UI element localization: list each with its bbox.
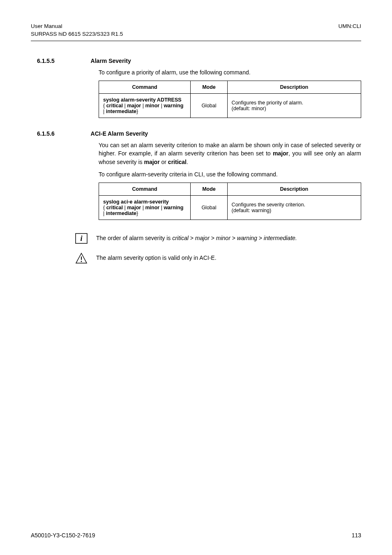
section-title-2: ACI-E Alarm Severity: [91, 130, 148, 137]
page-header: User Manual SURPASS hiD 6615 S223/S323 R…: [31, 23, 361, 38]
cmd-brace-open: {: [103, 103, 105, 109]
note-block: i The order of alarm severity is critica…: [74, 232, 361, 245]
cell-mode: Global: [191, 196, 227, 220]
note-text: The order of alarm severity is critical …: [96, 232, 297, 242]
note-seq-item: major: [195, 235, 210, 241]
p1e: or: [160, 159, 168, 165]
note-sep: >: [189, 235, 195, 241]
cmd-brace-close: }: [136, 109, 138, 114]
section-heading-2: 6.1.5.6 ACI-E Alarm Severity: [37, 130, 361, 137]
table-header-row: Command Mode Description: [99, 183, 361, 196]
p1d: major: [144, 159, 159, 165]
note-pre: The order of alarm severity is: [96, 235, 172, 241]
cmd-opt: minor: [145, 205, 159, 210]
info-icon: i: [74, 232, 89, 245]
note-seq-item: critical: [172, 235, 189, 241]
section1-table: Command Mode Description syslog alarm-se…: [99, 81, 361, 118]
section2-table: Command Mode Description syslog aci-e al…: [99, 183, 361, 220]
note-sep: >: [231, 235, 237, 241]
cell-description: Configures the severity criterion. (defa…: [227, 196, 361, 220]
p1f: critical: [168, 159, 187, 165]
header-rule: [31, 41, 361, 41]
cmd-line1: syslog aci-e alarm-severity: [103, 199, 169, 205]
section-number-2: 6.1.5.6: [37, 130, 55, 137]
cmd-opt: major: [127, 103, 141, 109]
page-footer: A50010-Y3-C150-2-7619 113: [31, 524, 361, 539]
cmd-brace-close: }: [136, 210, 138, 216]
th-mode: Mode: [191, 183, 227, 196]
cmd-opt: warning: [164, 103, 183, 109]
cell-command: syslog aci-e alarm-severity { critical |…: [99, 196, 191, 220]
footer-docnum: A50010-Y3-C150-2-7619: [31, 532, 95, 539]
p1b: major: [273, 150, 288, 157]
cell-mode: Global: [191, 94, 227, 118]
cmd-opt: critical: [106, 103, 123, 109]
desc-line1: Configures the severity criterion.: [232, 202, 305, 208]
section-number-1: 6.1.5.5: [37, 58, 55, 64]
cell-command: syslog alarm-severity ADTRESS { critical…: [99, 94, 191, 118]
main-content: 6.1.5.5 Alarm Severity To configure a pr…: [99, 58, 361, 272]
th-mode: Mode: [191, 81, 227, 94]
note-seq-item: intermediate: [264, 235, 295, 241]
note-sep: >: [210, 235, 216, 241]
cmd-opt: minor: [145, 103, 159, 109]
cell-description: Configures the priority of alarm. (defau…: [227, 94, 361, 118]
note-post: .: [295, 235, 297, 241]
cmd-opt: warning: [164, 205, 183, 210]
cmd-opt: intermediate: [106, 210, 136, 216]
warning-icon: [74, 252, 89, 264]
header-manual-title: User Manual: [31, 23, 123, 30]
th-description: Description: [227, 183, 361, 196]
desc-line2: (default: warning): [232, 208, 272, 213]
header-product-line: SURPASS hiD 6615 S223/S323 R1.5: [31, 30, 123, 38]
desc-line1: Configures the priority of alarm.: [232, 100, 303, 106]
cmd-brace-open: {: [103, 205, 105, 210]
note-seq-item: warning: [237, 235, 257, 241]
caution-text: The alarm severity option is valid only …: [96, 252, 217, 262]
table-row: syslog alarm-severity ADTRESS { critical…: [99, 94, 361, 118]
note-sep: >: [257, 235, 264, 241]
footer-pagenum: 113: [352, 532, 361, 539]
section-heading-1: 6.1.5.5 Alarm Severity: [37, 58, 361, 64]
header-left: User Manual SURPASS hiD 6615 S223/S323 R…: [31, 23, 123, 38]
p1g: .: [187, 159, 188, 165]
th-description: Description: [227, 81, 361, 94]
th-command: Command: [99, 183, 191, 196]
note-seq-item: minor: [216, 235, 231, 241]
section2-para1: You can set an alarm severity criterion …: [99, 141, 361, 166]
cmd-opt: major: [127, 205, 141, 210]
section1-intro: To configure a priority of alarm, use th…: [99, 68, 361, 76]
cmd-line1: syslog alarm-severity ADTRESS: [103, 97, 182, 103]
table-header-row: Command Mode Description: [99, 81, 361, 94]
cmd-opt: intermediate: [106, 109, 136, 114]
desc-line2: (default: minor): [232, 106, 266, 111]
table-row: syslog aci-e alarm-severity { critical |…: [99, 196, 361, 220]
th-command: Command: [99, 81, 191, 94]
header-right: UMN:CLI: [338, 23, 361, 30]
cmd-opt: critical: [106, 205, 123, 210]
svg-point-4: [81, 261, 82, 262]
svg-text:i: i: [80, 234, 82, 243]
section-title-1: Alarm Severity: [91, 58, 131, 64]
caution-block: The alarm severity option is valid only …: [74, 252, 361, 264]
section2-intro2: To configure alarm-severity criteria in …: [99, 170, 361, 178]
